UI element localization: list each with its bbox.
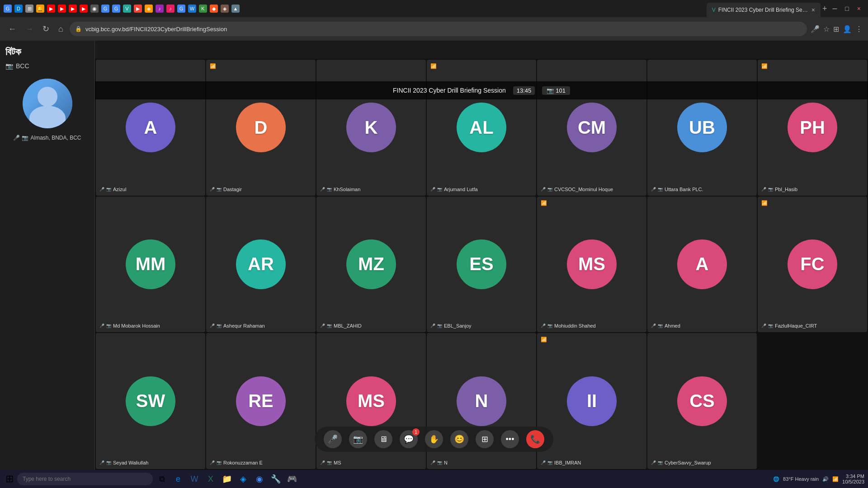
tab-favicon-22[interactable]: ▲	[231, 5, 240, 13]
tab-favicon-13[interactable]: ▶	[134, 5, 142, 13]
participant-cell-mdmobarok[interactable]: MM🎤📷Md Mobarok Hossain	[96, 197, 205, 333]
taskbar-edge[interactable]: e	[171, 472, 185, 486]
participant-cell-ibbimran[interactable]: 📶II🎤📷IBB_IMRAN	[537, 333, 646, 469]
participant-cell-dastagir[interactable]: 📶D🎤📷Dastagir	[206, 60, 316, 196]
tab-favicon-10[interactable]: G	[101, 5, 109, 13]
tab-favicon-1[interactable]: G	[4, 5, 12, 13]
browser-chrome: G D ⊞ 🔔 ▶ ▶ ▶ ▶ ◉ G G V ▶ ◈ ♪ ♪ G W K ◆ …	[0, 0, 868, 41]
participant-cell-rokon[interactable]: RE🎤📷Rokonuzzaman E	[206, 333, 316, 469]
participant-name-fazlul: 🎤📷FazlulHaque_CIRT	[761, 323, 817, 328]
participant-avatar-uttarabank: UB	[677, 103, 727, 152]
end-call-button[interactable]: 📞	[526, 430, 544, 448]
home-button[interactable]: ⌂	[56, 23, 66, 36]
mute-button[interactable]: 🎤	[324, 430, 342, 448]
close-button[interactable]: ×	[854, 3, 864, 14]
participant-number: 101	[556, 87, 566, 94]
taskbar-vscode[interactable]: ◈	[236, 472, 250, 486]
settings-icon[interactable]: ⋮	[855, 25, 863, 33]
address-bar[interactable]: 🔒 vcbig.bcc.gov.bd/FINCII2023CyberDrillB…	[70, 22, 807, 36]
participant-cell-fazlul[interactable]: 📶FC🎤📷FazlulHaque_CIRT	[758, 197, 867, 333]
participant-cell-mohiuddin[interactable]: 📶MS🎤📷Mohiuddin Shahed	[537, 197, 646, 333]
tab-favicon-20[interactable]: ◆	[210, 5, 218, 13]
tab-favicon-4[interactable]: 🔔	[36, 5, 44, 13]
tab-favicon-14[interactable]: ◈	[145, 5, 153, 13]
tab-favicon-15[interactable]: ♪	[156, 5, 164, 13]
taskbar-right: 🌐 83°F Heavy rain 🔊 📶 3:34 PM 10/5/2023	[773, 474, 864, 484]
profile-icon[interactable]: 👤	[843, 25, 852, 33]
grid-view-button[interactable]: ⊞	[476, 430, 494, 448]
minimize-button[interactable]: ─	[829, 3, 840, 14]
taskbar-word[interactable]: W	[187, 472, 202, 486]
participant-cell-khsolaiman[interactable]: K🎤📷KhSolaiman	[316, 60, 426, 196]
forward-button[interactable]: →	[23, 23, 36, 36]
start-button[interactable]: ⊞	[4, 471, 15, 487]
back-button[interactable]: ←	[5, 23, 19, 36]
taskbar-explorer[interactable]: 📁	[220, 472, 234, 486]
participant-cell-ashequr[interactable]: AR🎤📷Ashequr Rahaman	[206, 197, 316, 333]
tab-favicon-6[interactable]: ▶	[58, 5, 66, 13]
participant-cell-cvcmominul[interactable]: CM🎤📷CVCSOC_Mominul Hoque	[537, 60, 646, 196]
taskbar-app2[interactable]: 🎮	[285, 472, 299, 486]
tab-favicon-19[interactable]: K	[199, 5, 207, 13]
mic-nav-icon[interactable]: 🎤	[811, 25, 820, 33]
tab-favicon-7[interactable]: ▶	[69, 5, 77, 13]
screen-share-button[interactable]: 🖥	[374, 430, 392, 448]
participant-cell-pbl_hasib[interactable]: 📶PH🎤📷Pbl_Hasib	[758, 60, 867, 196]
video-button[interactable]: 📷	[349, 430, 367, 448]
session-title: FINCII 2023 Cyber Drill Briefing Session	[393, 87, 506, 94]
hand-raise-button[interactable]: ✋	[425, 430, 443, 448]
chat-button[interactable]: 💬 1	[400, 430, 418, 448]
sidebar-logo: বিটক	[5, 46, 21, 58]
reactions-button[interactable]: 😊	[450, 430, 468, 448]
name-text-mohiuddin: Mohiuddin Shahed	[554, 323, 596, 328]
tab-favicon-21[interactable]: ◈	[221, 5, 229, 13]
search-input[interactable]	[17, 473, 153, 485]
cam-icon-azizul: 📷	[106, 187, 111, 192]
participant-avatar-pbl_hasib: PH	[788, 103, 837, 152]
mic-icon-ibbimran: 🎤	[541, 460, 546, 465]
extensions-icon[interactable]: ⊞	[833, 25, 839, 33]
participant-name-khsolaiman: 🎤📷KhSolaiman	[320, 187, 360, 192]
tab-favicon-17[interactable]: G	[177, 5, 185, 13]
cam-icon-eblsanjoy: 📷	[437, 324, 442, 328]
taskbar-task-view[interactable]: ⧉	[155, 472, 169, 486]
mic-icon-azizul: 🎤	[99, 187, 104, 192]
active-tab[interactable]: V FINCII 2023 Cyber Drill Briefing Sessi…	[707, 3, 821, 17]
name-text-pbl_hasib: Pbl_Hasib	[775, 187, 797, 192]
refresh-button[interactable]: ↻	[40, 22, 52, 36]
cam-icon-uttarabank: 📷	[658, 187, 663, 192]
tab-favicon-18[interactable]: W	[188, 5, 196, 13]
tab-favicon-11[interactable]: G	[112, 5, 120, 13]
participant-cell-mblzahid[interactable]: MZ🎤📷MBL_ZAHID	[316, 197, 426, 333]
participant-name-mdmobarok: 🎤📷Md Mobarok Hossain	[99, 323, 160, 328]
name-text-eblsanjoy: EBL_Sanjoy	[444, 323, 472, 328]
participant-cell-uttarabank[interactable]: UB🎤📷Uttara Bank PLC.	[647, 60, 757, 196]
participant-cell-arjumand[interactable]: 📶AL🎤📷Arjumand Lutfa	[427, 60, 536, 196]
maximize-button[interactable]: □	[841, 3, 852, 14]
tab-favicon-2[interactable]: D	[14, 5, 23, 13]
tab-favicon-12[interactable]: V	[123, 5, 131, 13]
participant-cell-cybersavvy[interactable]: CS🎤📷CyberSavvy_Swarup	[647, 333, 757, 469]
more-button[interactable]: •••	[501, 430, 519, 448]
tab-bar: G D ⊞ 🔔 ▶ ▶ ▶ ▶ ◉ G G V ▶ ◈ ♪ ♪ G W K ◆ …	[0, 0, 868, 17]
taskbar-chrome[interactable]: ◉	[252, 472, 267, 486]
tab-favicon-8[interactable]: ▶	[80, 5, 88, 13]
tab-favicon-9[interactable]: ◉	[90, 5, 99, 13]
tab-favicon-3[interactable]: ⊞	[25, 5, 33, 13]
volume-icon[interactable]: 🔊	[822, 476, 829, 482]
new-tab-button[interactable]: +	[822, 4, 827, 14]
participant-cell-azizul[interactable]: A🎤📷Azizul	[96, 60, 205, 196]
participant-cell-ahmed[interactable]: A🎤📷Ahmed	[647, 197, 757, 333]
tab-favicon-16[interactable]: ♪	[166, 5, 175, 13]
bookmark-icon[interactable]: ☆	[823, 25, 830, 33]
mic-icon-pbl_hasib: 🎤	[761, 187, 766, 192]
tab-close-button[interactable]: ×	[811, 6, 815, 14]
participant-cell-seyad[interactable]: SW🎤📷Seyad Waliullah	[96, 333, 205, 469]
mic-icon-arjumand: 🎤	[430, 187, 435, 192]
participant-name-azizul: 🎤📷Azizul	[99, 187, 126, 192]
tab-favicon-5[interactable]: ▶	[47, 5, 55, 13]
taskbar-app1[interactable]: 🔧	[269, 472, 283, 486]
participant-name-ahmed: 🎤📷Ahmed	[651, 323, 680, 328]
taskbar-excel[interactable]: X	[203, 472, 218, 486]
participant-cell-eblsanjoy[interactable]: ES🎤📷EBL_Sanjoy	[427, 197, 536, 333]
